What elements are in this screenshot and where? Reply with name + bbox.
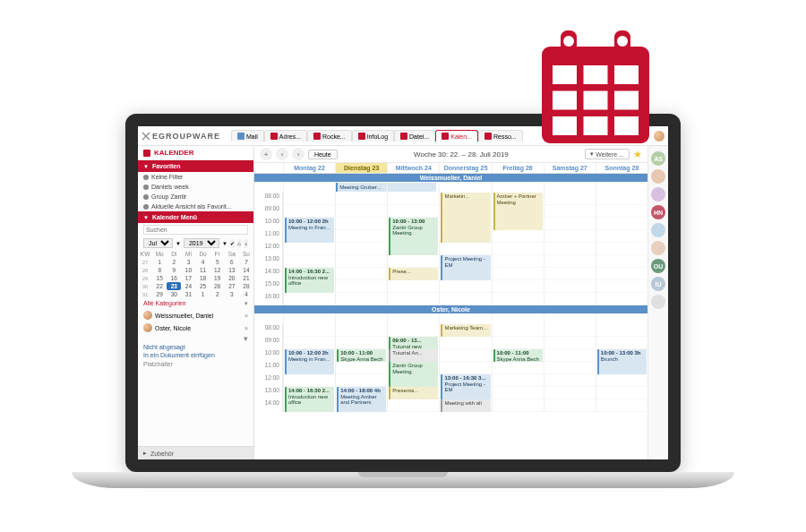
day-column[interactable]: 10:00 - 12:00 2hMeeting in Fran...14:00 … bbox=[283, 324, 335, 412]
calendar-event[interactable]: 10:00 - 13:00Zantir Group Meeting bbox=[389, 218, 438, 255]
minical-day[interactable]: 5 bbox=[210, 258, 225, 266]
day-column[interactable]: 10:00 - 13:00Zantir Group MeetingPrese..… bbox=[387, 193, 439, 305]
calendar-grid[interactable]: 08:0009:0010:0011:0012:0013:0014:0015:00… bbox=[254, 193, 647, 305]
minical-day[interactable]: 20 bbox=[225, 274, 239, 282]
calendar-event[interactable]: 14:00 - 16:30 2...Introduction new offic… bbox=[285, 387, 334, 412]
day-column[interactable] bbox=[335, 193, 387, 305]
day-column[interactable]: 10:00 - 11:00Skype Anna Bech14:00 - 18:0… bbox=[335, 324, 387, 412]
minical-day[interactable]: 4 bbox=[239, 290, 253, 298]
minical-day[interactable]: 27 bbox=[225, 282, 239, 290]
today-button[interactable]: Heute bbox=[308, 150, 338, 159]
minical-day[interactable]: 21 bbox=[239, 274, 253, 282]
dock-avatar[interactable]: HN bbox=[651, 205, 665, 219]
calendar-event[interactable]: 14:00 - 18:00 4hMeeting Amber and Partne… bbox=[337, 387, 386, 412]
calendar-event[interactable]: Project Meeting - EM bbox=[441, 255, 490, 280]
favorite-item[interactable]: Keine Filter bbox=[138, 172, 253, 182]
minical-day[interactable]: 2 bbox=[210, 290, 225, 298]
calendar-event[interactable]: Zantir Group Meeting bbox=[389, 362, 438, 387]
day-column[interactable] bbox=[544, 193, 596, 305]
tab-mail[interactable]: Mail bbox=[231, 130, 264, 142]
tab-addressbook[interactable]: Adres... bbox=[264, 130, 307, 142]
minical-day[interactable]: 23 bbox=[167, 282, 181, 290]
minical-day[interactable]: 14 bbox=[239, 266, 253, 274]
calendar-event[interactable]: 10:00 - 11:00Skype Anna Bech bbox=[493, 349, 543, 362]
day-column[interactable]: Amber + Partner Meeting bbox=[492, 193, 544, 305]
week-number[interactable]: 27 bbox=[138, 258, 152, 266]
week-number[interactable]: 30 bbox=[138, 282, 152, 290]
remove-icon[interactable]: × bbox=[244, 325, 248, 331]
minical-day[interactable]: 11 bbox=[196, 266, 210, 274]
sidebar-user-row[interactable]: Weissmueller, Daniel× bbox=[138, 309, 253, 322]
year-select[interactable]: 2019 bbox=[184, 238, 219, 248]
minical-day[interactable]: 10 bbox=[181, 266, 195, 274]
minical-day[interactable]: 30 bbox=[167, 290, 181, 298]
search-input[interactable] bbox=[143, 225, 248, 235]
tab-resources[interactable]: Resso... bbox=[478, 130, 523, 142]
week-number[interactable]: 28 bbox=[138, 266, 152, 274]
tab-chat[interactable]: Rocke... bbox=[307, 130, 352, 142]
remove-icon[interactable]: × bbox=[244, 313, 248, 319]
dock-avatar[interactable]: IU bbox=[651, 277, 665, 291]
day-column[interactable]: Marketin...Project Meeting - EM bbox=[439, 193, 491, 305]
calendar-event[interactable]: Amber + Partner Meeting bbox=[493, 193, 543, 230]
calendar-event[interactable]: 10:00 - 12:00 2hMeeting in Fran... bbox=[285, 349, 334, 374]
minical-day[interactable]: 3 bbox=[181, 258, 195, 266]
not-rejected-link[interactable]: Nicht abgesagt bbox=[138, 343, 253, 351]
calendar-menu-section-title[interactable]: Kalender Menü bbox=[138, 211, 253, 223]
calendar-event[interactable]: Meeting with all bbox=[441, 399, 490, 412]
day-column[interactable] bbox=[596, 193, 647, 305]
calendar-event[interactable]: Presenta... bbox=[389, 387, 438, 399]
prev-button[interactable]: ‹ bbox=[276, 148, 288, 160]
nav-forward-icon[interactable]: › bbox=[244, 239, 248, 248]
minical-day[interactable]: 25 bbox=[196, 282, 210, 290]
calendar-event[interactable]: 14:00 - 16:30 2...Introduction new offic… bbox=[285, 268, 334, 293]
apply-icon[interactable]: ✔ bbox=[230, 239, 235, 248]
minical-day[interactable]: 4 bbox=[196, 258, 210, 266]
user-lane-header[interactable]: Oster, Nicole bbox=[254, 305, 647, 313]
tab-files[interactable]: Datei... bbox=[394, 130, 435, 142]
favorite-item[interactable]: Daniels week bbox=[138, 182, 253, 192]
minical-day[interactable]: 1 bbox=[196, 290, 210, 298]
favorites-section-title[interactable]: Favoriten bbox=[138, 160, 253, 172]
minical-day[interactable]: 8 bbox=[152, 266, 167, 274]
calendar-event[interactable]: 13:00 - 16:30 3...Project Meeting - EM bbox=[441, 374, 490, 399]
calendar-event[interactable]: Marketin... bbox=[441, 193, 490, 243]
day-header[interactable]: Montag 22 bbox=[283, 163, 335, 173]
dock-avatar[interactable] bbox=[651, 241, 665, 255]
day-header[interactable]: Sonntag 28 bbox=[596, 163, 647, 173]
day-column[interactable]: Marketing Team...13:00 - 16:30 3...Proje… bbox=[439, 324, 491, 412]
day-header[interactable]: Samstag 27 bbox=[544, 163, 596, 173]
calendar-event[interactable]: 10:00 - 11:00Skype Anna Bech bbox=[337, 349, 386, 362]
home-icon[interactable]: ⌂ bbox=[237, 239, 242, 248]
minical-day[interactable]: 19 bbox=[210, 274, 225, 282]
insert-document-link[interactable]: In ein Dokument einfügen bbox=[138, 351, 253, 359]
minical-day[interactable]: 2 bbox=[167, 258, 181, 266]
calendar-event[interactable]: 10:00 - 13:00 3hBrunch bbox=[597, 349, 647, 374]
minical-day[interactable]: 24 bbox=[181, 282, 195, 290]
week-number[interactable]: 29 bbox=[138, 274, 152, 282]
day-column[interactable]: 10:00 - 11:00Skype Anna Bech bbox=[492, 324, 544, 412]
day-header[interactable]: Donnerstag 25 bbox=[439, 163, 491, 173]
minical-day[interactable]: 3 bbox=[225, 290, 239, 298]
dock-avatar[interactable] bbox=[651, 223, 665, 237]
minical-day[interactable]: 15 bbox=[152, 274, 167, 282]
add-button[interactable]: + bbox=[260, 148, 272, 160]
calendar-event[interactable]: Tutorial An... bbox=[389, 349, 438, 362]
day-header[interactable]: Mittwoch 24 bbox=[387, 163, 439, 173]
calendar-event[interactable]: Marketing Team... bbox=[441, 324, 490, 337]
sidebar-user-row[interactable]: Oster, Nicole× bbox=[138, 322, 253, 334]
next-button[interactable]: › bbox=[292, 148, 304, 160]
minical-day[interactable]: 6 bbox=[225, 258, 239, 266]
tab-infolog[interactable]: InfoLog bbox=[352, 130, 394, 142]
day-header[interactable]: Dienstag 23 bbox=[335, 163, 387, 173]
mini-calendar[interactable]: KWMoDiMiDoFrSaSo271234567288910111213142… bbox=[138, 250, 253, 298]
dock-avatar[interactable] bbox=[651, 169, 665, 184]
day-column[interactable]: 09:00 - 13...Tutorial new softwareZantir… bbox=[387, 324, 439, 412]
minical-day[interactable]: 22 bbox=[152, 282, 167, 290]
day-header[interactable]: Freitag 26 bbox=[492, 163, 544, 173]
dock-avatar[interactable]: OU bbox=[651, 259, 665, 273]
categories-link[interactable]: Alle Kategorien ▾ bbox=[138, 298, 253, 309]
day-column[interactable]: 10:00 - 13:00 3hBrunch bbox=[596, 324, 647, 412]
minical-day[interactable]: 1 bbox=[152, 258, 167, 266]
month-select[interactable]: Jul bbox=[143, 238, 173, 248]
